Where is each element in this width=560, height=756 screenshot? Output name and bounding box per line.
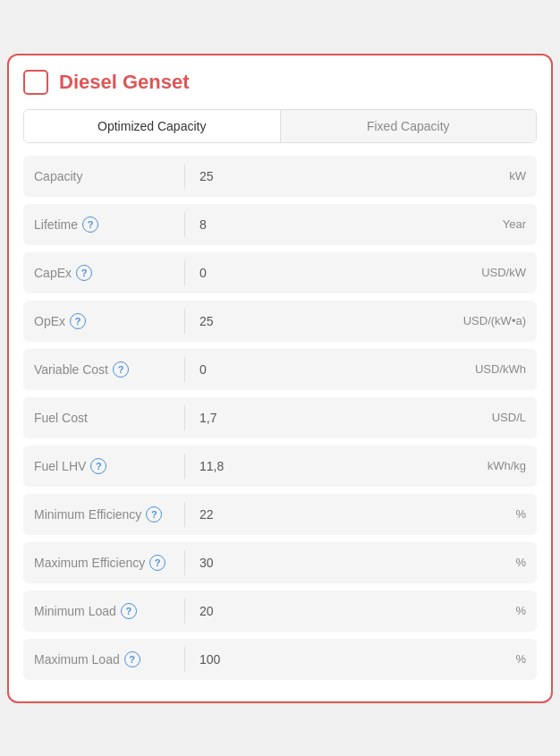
field-unit-lifetime: Year [503,217,526,231]
help-icon-opex[interactable]: ? [70,313,86,329]
field-row-fuel_lhv: Fuel LHV?11,8kWh/kg [23,446,537,487]
field-divider [184,405,185,430]
field-label-min_load: Minimum Load? [34,603,177,619]
field-label-fuel_lhv: Fuel LHV? [34,458,177,474]
field-row-min_efficiency: Minimum Efficiency?22% [23,494,537,535]
field-unit-max_load: % [515,652,526,666]
field-unit-max_efficiency: % [515,556,526,569]
diesel-genset-card: Diesel Genset Optimized Capacity Fixed C… [7,54,553,703]
field-unit-min_load: % [515,604,526,617]
field-divider [184,357,185,382]
field-label-fuel_cost: Fuel Cost [34,411,177,425]
help-icon-lifetime[interactable]: ? [82,217,98,233]
field-divider [184,212,185,237]
field-value-capex[interactable]: 0 [192,266,481,280]
field-unit-min_efficiency: % [515,507,526,521]
field-value-capacity[interactable]: 25 [192,169,509,183]
help-icon-fuel_lhv[interactable]: ? [90,458,106,474]
field-unit-fuel_cost: USD/L [492,411,526,424]
field-value-max_efficiency[interactable]: 30 [192,556,515,570]
field-row-min_load: Minimum Load?20% [23,590,537,632]
field-label-opex: OpEx? [34,313,177,329]
field-value-min_efficiency[interactable]: 22 [192,507,515,522]
field-label-capex: CapEx? [34,265,177,281]
card-header: Diesel Genset [23,70,537,95]
help-icon-variable_cost[interactable]: ? [113,361,129,378]
field-row-variable_cost: Variable Cost?0USD/kWh [23,349,537,390]
field-divider [184,647,185,672]
field-divider [184,550,185,575]
card-checkbox[interactable] [23,70,48,95]
field-label-min_efficiency: Minimum Efficiency? [34,506,177,522]
tab-optimized-capacity[interactable]: Optimized Capacity [24,110,281,142]
card-title: Diesel Genset [59,71,190,94]
field-row-capex: CapEx?0USD/kW [23,252,537,293]
field-value-min_load[interactable]: 20 [192,604,515,618]
field-row-max_efficiency: Maximum Efficiency?30% [23,542,537,583]
help-icon-max_load[interactable]: ? [124,651,140,667]
capacity-tab-group: Optimized Capacity Fixed Capacity [23,109,537,143]
help-icon-max_efficiency[interactable]: ? [149,555,165,571]
field-unit-capacity: kW [509,169,526,183]
field-value-lifetime[interactable]: 8 [192,217,503,232]
field-label-variable_cost: Variable Cost? [34,361,177,378]
field-divider [184,260,185,285]
field-unit-fuel_lhv: kWh/kg [488,459,526,472]
help-icon-min_efficiency[interactable]: ? [146,506,162,522]
field-divider [184,164,185,189]
field-row-fuel_cost: Fuel Cost1,7USD/L [23,397,537,438]
field-divider [184,502,185,527]
field-unit-variable_cost: USD/kWh [475,362,526,376]
field-row-capacity: Capacity25kW [23,156,537,197]
field-divider [184,454,185,479]
fields-container: Capacity25kWLifetime?8YearCapEx?0USD/kWO… [23,156,537,680]
field-label-max_efficiency: Maximum Efficiency? [34,555,177,571]
field-unit-opex: USD/(kW•a) [463,314,526,327]
field-row-opex: OpEx?25USD/(kW•a) [23,301,537,342]
field-value-fuel_cost[interactable]: 1,7 [192,411,492,425]
field-row-lifetime: Lifetime?8Year [23,204,537,245]
help-icon-min_load[interactable]: ? [121,603,137,619]
field-unit-capex: USD/kW [481,266,526,279]
tab-fixed-capacity[interactable]: Fixed Capacity [281,110,537,142]
field-label-capacity: Capacity [34,169,177,183]
field-value-max_load[interactable]: 100 [192,652,515,667]
help-icon-capex[interactable]: ? [76,265,92,281]
field-value-variable_cost[interactable]: 0 [192,362,475,377]
field-divider [184,309,185,334]
field-label-lifetime: Lifetime? [34,217,177,233]
field-value-fuel_lhv[interactable]: 11,8 [192,459,488,473]
field-divider [184,599,185,624]
field-value-opex[interactable]: 25 [192,314,463,328]
field-label-max_load: Maximum Load? [34,651,177,667]
field-row-max_load: Maximum Load?100% [23,639,537,680]
